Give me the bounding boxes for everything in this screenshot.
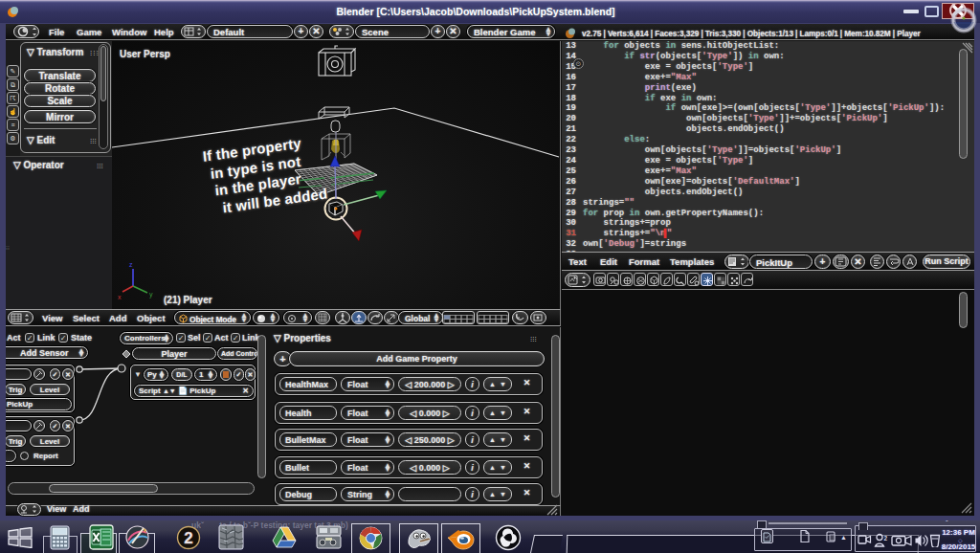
svg-text:y: y [149, 291, 153, 299]
svg-text:2: 2 [884, 535, 888, 542]
svg-text:z: z [129, 261, 133, 268]
svg-text:2: 2 [184, 529, 192, 547]
svg-text:x: x [118, 294, 122, 300]
